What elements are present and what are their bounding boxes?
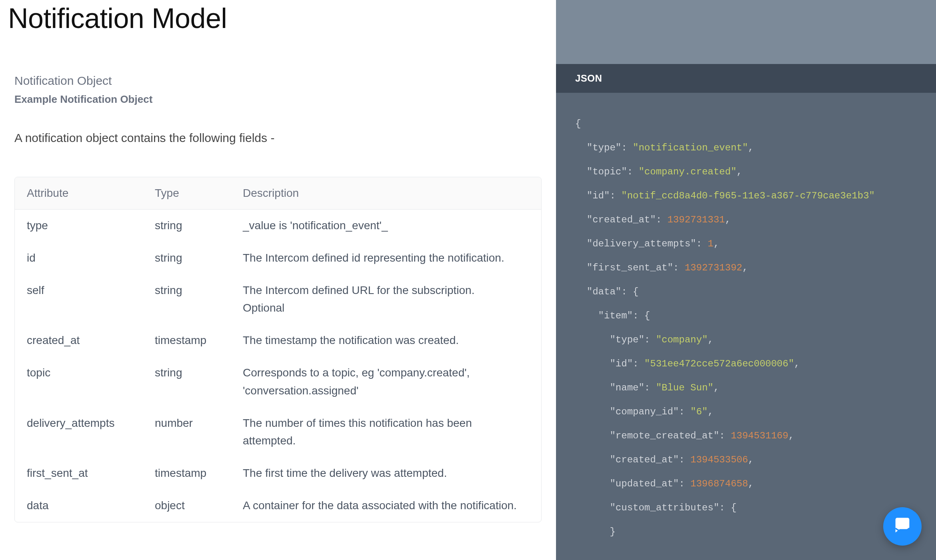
th-description: Description: [243, 187, 529, 200]
code-tab-json[interactable]: JSON: [575, 73, 602, 84]
code-tab-bar: JSON: [556, 64, 936, 93]
td-type: timestamp: [155, 332, 243, 350]
table-header-row: Attribute Type Description: [15, 177, 541, 210]
td-desc: _value is 'notification_event'_: [243, 217, 529, 235]
table-row: selfstringThe Intercom defined URL for t…: [15, 274, 541, 325]
td-desc: Corresponds to a topic, eg 'company.crea…: [243, 364, 529, 400]
td-attr: topic: [27, 364, 155, 400]
table-row: idstringThe Intercom defined id represen…: [15, 242, 541, 274]
td-type: number: [155, 414, 243, 450]
chat-launcher-button[interactable]: [883, 507, 922, 546]
td-type: string: [155, 364, 243, 400]
td-desc: A container for the data associated with…: [243, 497, 529, 515]
td-attr: self: [27, 282, 155, 318]
table-row: typestring_value is 'notification_event'…: [15, 210, 541, 242]
td-attr: delivery_attempts: [27, 414, 155, 450]
table-row: first_sent_attimestampThe first time the…: [15, 457, 541, 490]
td-attr: data: [27, 497, 155, 515]
td-type: string: [155, 217, 243, 235]
doc-pane: Notification Model Notification Object E…: [0, 0, 556, 560]
code-example[interactable]: { "type": "notification_event", "topic":…: [556, 93, 936, 560]
section-heading: Notification Object: [14, 74, 542, 88]
table-row: dataobjectA container for the data assoc…: [15, 490, 541, 522]
section-intro: A notification object contains the follo…: [14, 131, 542, 145]
td-type: string: [155, 282, 243, 318]
code-pane: JSON { "type": "notification_event", "to…: [556, 0, 936, 560]
td-desc: The first time the delivery was attempte…: [243, 464, 529, 482]
td-desc: The Intercom defined URL for the subscri…: [243, 282, 529, 318]
td-attr: created_at: [27, 332, 155, 350]
td-attr: type: [27, 217, 155, 235]
td-desc: The timestamp the notification was creat…: [243, 332, 529, 350]
td-desc: The number of times this notification ha…: [243, 414, 529, 450]
th-attribute: Attribute: [27, 187, 155, 200]
table-row: delivery_attemptsnumberThe number of tim…: [15, 407, 541, 458]
attributes-table: Attribute Type Description typestring_va…: [14, 177, 542, 522]
table-row: topicstringCorresponds to a topic, eg 'c…: [15, 357, 541, 407]
section-subheading: Example Notification Object: [14, 93, 542, 106]
td-type: timestamp: [155, 464, 243, 482]
code-pane-spacer: [556, 0, 936, 64]
chat-icon: [892, 515, 913, 538]
th-type: Type: [155, 187, 243, 200]
page-title: Notification Model: [8, 3, 542, 34]
td-type: string: [155, 249, 243, 267]
td-type: object: [155, 497, 243, 515]
section-notification-object: Notification Object Example Notification…: [8, 74, 542, 522]
table-row: created_attimestampThe timestamp the not…: [15, 324, 541, 357]
td-attr: id: [27, 249, 155, 267]
td-desc: The Intercom defined id representing the…: [243, 249, 529, 267]
td-attr: first_sent_at: [27, 464, 155, 482]
